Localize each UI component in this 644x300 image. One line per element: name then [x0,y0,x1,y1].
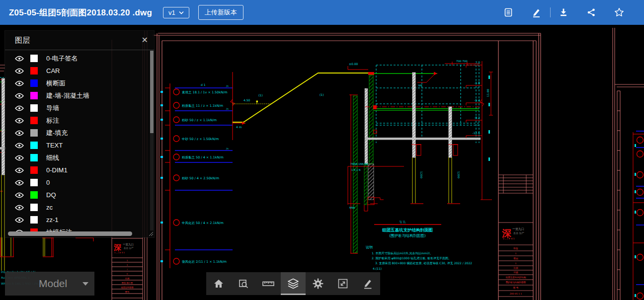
chevron-down-icon [179,11,184,14]
eye-visible-icon[interactable] [15,192,25,198]
close-icon[interactable]: ✕ [142,36,148,44]
model-selector-label: Model [39,278,67,290]
drawing-title-and-notes: \\ \\ 组团五基坑支护结构剖面图 (围护桩与结构剖面图) 说明 1. 本图尺… [366,220,472,270]
layer-color-swatch[interactable] [30,191,38,199]
measure-button[interactable] [256,272,281,295]
svg-text:组团五基坑支护结构剖面图: 组团五基坑支护结构剖面图 [382,227,433,232]
layer-row[interactable]: 建-填充 [5,127,150,139]
markup-button[interactable] [355,272,380,295]
svg-text:7NNN 1NN NN: 7NNN 1NN NN [350,162,368,165]
svg-text:丛仝 分尸: 丛仝 分尸 [124,247,133,249]
layer-row[interactable]: 横断面 [5,77,150,89]
layer-row[interactable]: 导墙 [5,102,150,114]
layer-color-swatch[interactable] [30,166,38,174]
layer-name: 横断面 [46,79,66,88]
svg-text:/n: /n [226,107,229,110]
layer-row[interactable]: 0 [5,176,150,189]
svg-text:1 N 1 N: 1 N 1 N [351,168,361,171]
eye-visible-icon[interactable] [15,130,25,136]
home-button[interactable] [206,272,231,295]
svg-text:图别 施工图: 图别 施工图 [122,282,133,285]
layer-row[interactable]: 标注 [5,114,150,127]
share-icon[interactable] [586,7,596,17]
layer-row[interactable]: zc [5,201,150,214]
top-bar-actions [503,0,631,25]
middle-title-block: 深 一览九口 丛仝 分尸 v ,, / # 4 1 阶段 1 图别 1 比例 日… [498,175,533,297]
svg-text:-5.4: -5.4 [474,98,480,102]
layers-panel-title: 图层 [15,36,30,45]
eye-visible-icon[interactable] [15,217,25,223]
layers-button[interactable] [281,272,306,295]
annotate-icon[interactable] [531,7,541,17]
soil-profile-table: d 1 素填土 18.1 / 1v × 1.50kN/m 粉质黏土 11 / z… [161,83,233,268]
svg-text:日期: 日期 [514,271,519,274]
svg-text:围护桩与结构剖面图: 围护桩与结构剖面图 [506,281,526,284]
layer-row[interactable]: 建-墙-混凝土墙 [5,89,150,102]
layer-color-swatch[interactable] [30,79,38,87]
eye-visible-icon[interactable] [15,93,25,99]
eye-visible-icon[interactable] [15,180,25,186]
layer-color-swatch[interactable] [30,216,38,224]
layer-row[interactable]: 0-DIM1 [5,164,150,176]
eye-visible-icon[interactable] [15,118,25,124]
download-icon[interactable] [559,7,568,17]
layer-row[interactable]: 0-电子签名 [5,52,150,65]
layer-name: 标注 [46,116,59,125]
gear-icon [312,278,324,290]
layer-color-swatch[interactable] [30,55,38,62]
svg-text:组团五基坑支护结构: 组团五基坑支护结构 [506,276,526,279]
svg-text:粉砂 50 / z × 1.1kN/m: 粉砂 50 / z × 1.1kN/m [182,118,217,122]
settings-button[interactable] [306,272,330,295]
caret-down-icon [82,282,88,286]
company-stamp: 深 一览九口 丛仝 分尸 v ,, / # 4 1 [501,227,524,240]
svg-text:7.0: 7.0 [475,61,480,64]
layer-row[interactable]: 细线 [5,151,150,164]
layer-row[interactable]: DQ [5,189,150,201]
eye-visible-icon[interactable] [15,56,25,62]
zoom-window-button[interactable] [231,272,256,295]
layer-color-swatch[interactable] [30,92,38,99]
vertical-scrollbar-thumb[interactable] [150,51,154,133]
layers-icon [287,278,300,290]
layer-color-swatch[interactable] [30,179,38,186]
layer-color-swatch[interactable] [30,142,38,149]
layer-color-swatch[interactable] [30,154,38,161]
layer-row[interactable]: CAR [5,65,150,77]
layer-row[interactable]: zz-1 [5,214,150,226]
dimension-column: 7.0 -1.8 -5.4 -9.2 -12.6 700 700 11.00 [445,60,493,200]
zoom-window-icon [238,278,249,290]
eye-visible-icon[interactable] [15,205,25,211]
layer-name: 0 [46,179,50,186]
layer-row[interactable]: TEXT [5,139,150,151]
resize-handle[interactable] [148,231,154,236]
svg-text:700 700: 700 700 [456,60,468,63]
svg-text:比例: 比例 [125,277,129,280]
svg-text:1200: 1200 [457,171,460,178]
fullscreen-button[interactable] [330,272,355,295]
eye-visible-icon[interactable] [15,155,25,161]
svg-text:一览九口: 一览九口 [123,243,134,246]
upload-new-version-button[interactable]: 上传新版本 [198,5,243,20]
layer-name: zc [46,204,53,211]
document-icon[interactable] [503,7,513,17]
layer-color-swatch[interactable] [30,67,38,75]
eye-visible-icon[interactable] [15,143,25,149]
layer-color-swatch[interactable] [30,117,38,124]
version-dropdown[interactable]: v1 [163,7,189,18]
favorite-star-icon[interactable] [614,7,624,17]
layers-panel-header[interactable]: 图层 ✕ [5,31,154,50]
layer-color-swatch[interactable] [30,204,38,211]
eye-visible-icon[interactable] [15,105,25,111]
eye-visible-icon[interactable] [15,80,25,86]
eye-visible-icon[interactable] [15,68,25,74]
eye-visible-icon[interactable] [15,167,25,173]
viewer-toolbar [206,272,380,295]
svg-text:v ,, / # 4 1: v ,, / # 4 1 [114,251,125,254]
svg-text:粉质黏土 50 / 4 × 1.1kN/m: 粉质黏土 50 / 4 × 1.1kN/m [182,155,224,159]
model-selector[interactable]: Model [5,272,94,296]
layer-color-swatch[interactable] [30,104,38,112]
svg-text:中砂 50 / z × 1.50kN/m: 中砂 50 / z × 1.50kN/m [182,137,219,141]
horizontal-scrollbar-thumb[interactable] [8,231,132,236]
layer-color-swatch[interactable] [30,129,38,137]
svg-text:阶段: 阶段 [514,247,519,250]
